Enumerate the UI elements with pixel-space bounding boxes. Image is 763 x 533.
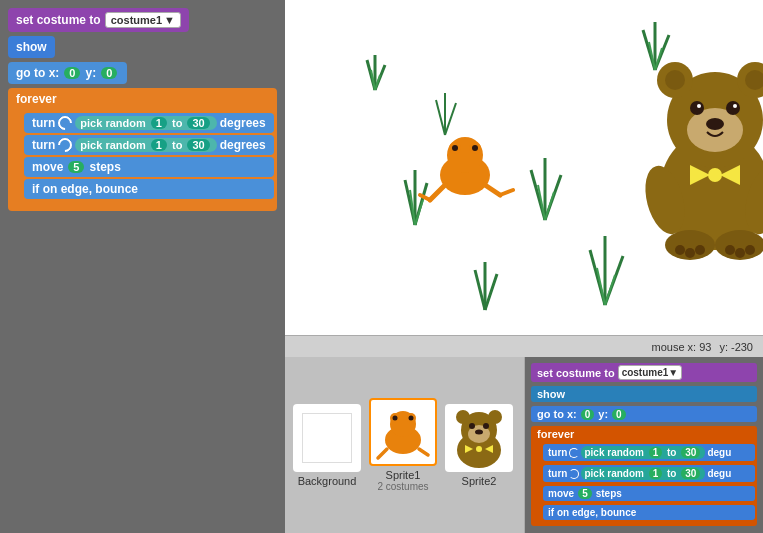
bottom-set-costume[interactable]: set costume to costume1 ▼ <box>531 363 757 382</box>
svg-point-46 <box>697 104 701 108</box>
sprite1-thumb-box[interactable] <box>369 398 437 466</box>
b-pick-rand-cw[interactable]: pick random 1 to 30 <box>581 446 705 459</box>
svg-point-45 <box>726 101 740 115</box>
b-goto-ylabel: y: <box>598 408 608 420</box>
b-bounce-label: if on edge, bounce <box>548 507 636 518</box>
goto-y-value[interactable]: 0 <box>101 67 117 79</box>
svg-point-66 <box>452 145 458 151</box>
b-move-label: move <box>548 488 574 499</box>
set-costume-label: set costume to <box>16 13 101 27</box>
sprite2-thumb[interactable]: Sprite2 <box>445 404 513 487</box>
bounce-label: if on edge, bounce <box>32 182 138 196</box>
forever-label: forever <box>16 92 57 106</box>
pick-random-cw[interactable]: pick random 1 to 30 <box>75 116 216 130</box>
move-value[interactable]: 5 <box>68 161 84 173</box>
pick-random-ccw[interactable]: pick random 1 to 30 <box>75 138 216 152</box>
svg-point-59 <box>725 245 735 255</box>
turn-ccw-icon <box>55 135 75 155</box>
bottom-blocks-container: set costume to costume1 ▼ show go to x: … <box>531 363 757 526</box>
b-turn-ccw-label: turn <box>548 468 567 479</box>
svg-point-61 <box>745 245 755 255</box>
random-cw-val2: 30 <box>187 117 209 129</box>
sprite1-sub: 2 costumes <box>377 481 428 492</box>
bottom-goto[interactable]: go to x: 0 y: 0 <box>531 406 757 422</box>
degrees-ccw-label: degrees <box>220 138 266 152</box>
sprite1-label: Sprite1 <box>386 469 421 481</box>
degrees-cw-label: degrees <box>220 116 266 130</box>
b-rand-ccw-1: 1 <box>649 468 663 479</box>
svg-point-51 <box>708 168 722 182</box>
sprite-thumbnails: Background <box>285 357 525 533</box>
b-cw-icon <box>569 448 579 458</box>
move-suffix: steps <box>89 160 120 174</box>
b-move[interactable]: move 5 steps <box>543 486 755 501</box>
goto-block[interactable]: go to x: 0 y: 0 <box>8 62 277 86</box>
bottom-code-panel: set costume to costume1 ▼ show go to x: … <box>525 357 763 533</box>
stage-status-bar: mouse x: 93 y: -230 <box>285 335 763 357</box>
b-costume-val: costume1 <box>622 367 669 378</box>
b-costume-dropdown[interactable]: costume1 ▼ <box>618 365 683 380</box>
turn-ccw-block[interactable]: turn pick random 1 to 30 degrees <box>24 135 274 155</box>
b-move-val[interactable]: 5 <box>578 488 592 499</box>
background-sprite-label: Background <box>298 475 357 487</box>
mouse-y-label: y: <box>719 341 728 353</box>
background-sprite-thumb[interactable]: Background <box>293 404 361 487</box>
sprite-panel: Background <box>285 357 763 533</box>
b-bounce[interactable]: if on edge, bounce <box>543 505 755 520</box>
sprite1-thumb[interactable]: Sprite1 2 costumes <box>369 398 437 492</box>
turn-cw-label: turn <box>32 116 55 130</box>
b-goto-y[interactable]: 0 <box>612 409 626 420</box>
left-code-panel: set costume to costume1 ▼ show go to x: … <box>0 0 285 533</box>
show-label: show <box>16 40 47 54</box>
b-goto-label: go to x: <box>537 408 577 420</box>
stage-area: mouse x: 93 y: -230 Background <box>285 0 763 533</box>
b-degu-ccw: degu <box>707 468 731 479</box>
bottom-show[interactable]: show <box>531 386 757 402</box>
b-pick-rand-ccw[interactable]: pick random 1 to 30 <box>581 467 705 480</box>
svg-point-90 <box>476 446 482 452</box>
sprite1-preview <box>373 402 433 462</box>
bounce-block[interactable]: if on edge, bounce <box>24 179 274 199</box>
stage-canvas <box>285 0 763 335</box>
background-thumb-box[interactable] <box>293 404 361 472</box>
b-ccw-icon <box>569 469 579 479</box>
b-degu-cw: degu <box>707 447 731 458</box>
svg-point-44 <box>690 101 704 115</box>
set-costume-block[interactable]: set costume to costume1 ▼ <box>8 8 277 34</box>
b-rand-cw-2: 30 <box>681 447 700 458</box>
svg-point-85 <box>469 423 475 429</box>
svg-line-79 <box>419 449 428 455</box>
dropdown-arrow-icon: ▼ <box>164 14 175 26</box>
turn-cw-block[interactable]: turn pick random 1 to 30 degrees <box>24 113 274 133</box>
show-block[interactable]: show <box>8 36 277 60</box>
b-turn-ccw[interactable]: turn pick random 1 to 30 degu <box>543 465 755 482</box>
svg-point-87 <box>475 429 483 434</box>
svg-point-77 <box>409 416 414 421</box>
costume-dropdown[interactable]: costume1 ▼ <box>105 12 181 28</box>
sprite2-preview <box>449 408 509 468</box>
mouse-x-label: mouse x: <box>652 341 697 353</box>
b-goto-x[interactable]: 0 <box>581 409 595 420</box>
b-forever-label: forever <box>537 428 574 440</box>
move-block[interactable]: move 5 steps <box>24 157 274 177</box>
svg-point-63 <box>447 137 483 173</box>
sprite2-thumb-box[interactable] <box>445 404 513 472</box>
mouse-x-value: 93 <box>699 341 711 353</box>
b-set-costume-label: set costume to <box>537 367 615 379</box>
random-cw-val1: 1 <box>151 117 167 129</box>
costume-value: costume1 <box>111 14 162 26</box>
svg-point-56 <box>675 245 685 255</box>
svg-point-83 <box>488 410 502 424</box>
b-rand-ccw-2: 30 <box>681 468 700 479</box>
svg-point-86 <box>483 423 489 429</box>
b-turn-cw[interactable]: turn pick random 1 to 30 degu <box>543 444 755 461</box>
goto-x-value[interactable]: 0 <box>64 67 80 79</box>
svg-point-57 <box>685 248 695 258</box>
svg-point-60 <box>735 248 745 258</box>
move-label: move <box>32 160 63 174</box>
bottom-forever-wrapper: forever turn pick random 1 to 30 degu <box>531 426 757 526</box>
svg-point-40 <box>665 70 685 90</box>
random-ccw-val2: 30 <box>187 139 209 151</box>
goto-label: go to x: <box>16 66 59 80</box>
mouse-y-value: -230 <box>731 341 753 353</box>
